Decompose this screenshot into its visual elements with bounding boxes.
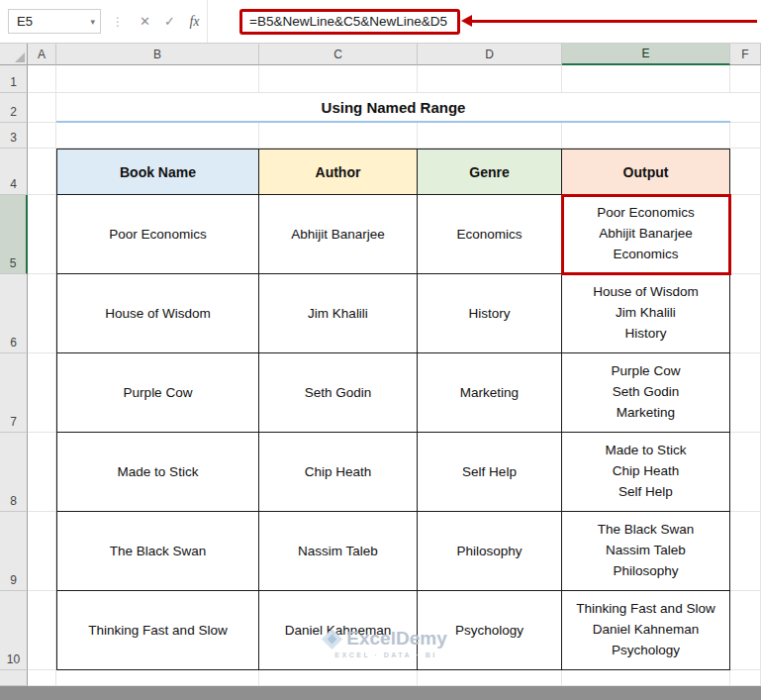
empty-cell[interactable] [418,65,562,93]
worksheet-grid: A B C D E F 1 2 3 4 5 6 7 8 9 10 Using N… [0,44,761,686]
cell-e5-selected[interactable]: Poor Economics Abhijit Banarjee Economic… [562,195,730,274]
cell-e8[interactable]: Made to Stick Chip Heath Self Help [562,433,730,512]
empty-cell[interactable] [28,512,56,591]
cell-d9[interactable]: Philosophy [418,512,562,591]
row-header-4[interactable]: 4 [0,149,28,195]
row-header-3[interactable]: 3 [0,123,28,149]
column-header-c[interactable]: C [259,44,418,65]
empty-cell[interactable] [730,353,761,433]
empty-cell[interactable] [562,670,730,686]
cell-c7[interactable]: Seth Godin [259,353,418,433]
cell-e10[interactable]: Thinking Fast and Slow Daniel Kahneman P… [562,591,730,670]
empty-cell[interactable] [28,274,56,353]
cancel-icon[interactable]: ✕ [133,9,157,35]
annotation-arrow [470,20,757,23]
cell-d5[interactable]: Economics [418,195,562,274]
cell-b5[interactable]: Poor Economics [56,195,259,274]
empty-cell[interactable] [730,123,761,149]
row-header-10[interactable]: 10 [0,591,28,670]
empty-cell[interactable] [259,65,418,93]
empty-cell[interactable] [28,591,56,670]
empty-cell[interactable] [730,274,761,353]
empty-cell[interactable] [730,93,761,123]
table-header-book-name[interactable]: Book Name [56,149,259,195]
cell-b10[interactable]: Thinking Fast and Slow [56,591,259,670]
cell-b7[interactable]: Purple Cow [56,353,259,433]
column-header-f[interactable]: F [730,44,761,65]
column-header-d[interactable]: D [418,44,562,65]
column-header-e-selected[interactable]: E [562,44,730,65]
cell-d10[interactable]: Psychology [418,591,562,670]
sheet-title-cell[interactable]: Using Named Range [56,93,730,123]
cell-d7[interactable]: Marketing [418,353,562,433]
insert-function-icon[interactable]: fx [182,9,207,35]
empty-cell[interactable] [28,353,56,433]
formula-highlight-rect: =B5&NewLine&C5&NewLine&D5 [239,9,460,35]
cell-e9[interactable]: The Black Swan Nassim Taleb Philosophy [562,512,730,591]
row-header-1[interactable]: 1 [0,65,28,93]
column-header-a[interactable]: A [28,44,56,65]
cell-c10[interactable]: Daniel Kahneman [259,591,418,670]
cell-e6[interactable]: House of Wisdom Jim Khalili History [562,274,730,353]
name-box[interactable]: E5 ▾ [8,9,101,34]
empty-cell[interactable] [28,670,56,686]
empty-cell[interactable] [28,93,56,123]
empty-cell[interactable] [259,123,418,149]
empty-cell[interactable] [562,123,730,149]
empty-cell[interactable] [56,123,259,149]
cell-d6[interactable]: History [418,274,562,353]
empty-cell[interactable] [730,512,761,591]
row-header-6[interactable]: 6 [0,274,28,353]
empty-cell[interactable] [562,65,730,93]
empty-cell[interactable] [28,195,56,274]
enter-icon[interactable]: ✓ [157,9,182,35]
empty-cell[interactable] [730,195,761,274]
empty-cell[interactable] [730,591,761,670]
row-header-8[interactable]: 8 [0,433,28,512]
empty-cell[interactable] [28,149,56,195]
empty-cell[interactable] [56,670,259,686]
chevron-down-icon[interactable]: ▾ [90,17,95,27]
empty-cell[interactable] [28,433,56,512]
empty-cell[interactable] [730,433,761,512]
empty-cell[interactable] [730,149,761,195]
cell-d8[interactable]: Self Help [418,433,562,512]
table-header-author[interactable]: Author [259,149,418,195]
empty-cell[interactable] [28,65,56,93]
bottom-bar [0,686,761,700]
formula-bar: E5 ▾ ⋮ ✕ ✓ fx =B5&NewLine&C5&NewLine&D5 [0,0,761,44]
cell-b8[interactable]: Made to Stick [56,433,259,512]
row-header-9[interactable]: 9 [0,512,28,591]
formula-bar-resize-handle-icon[interactable]: ⋮ [112,15,124,29]
row-header-2[interactable]: 2 [0,93,28,123]
cell-c8[interactable]: Chip Heath [259,433,418,512]
empty-cell[interactable] [28,123,56,149]
row-header-7[interactable]: 7 [0,353,28,433]
column-header-b[interactable]: B [56,44,259,65]
formula-input[interactable]: =B5&NewLine&C5&NewLine&D5 [207,0,761,43]
empty-cell[interactable] [56,65,259,93]
cell-e7[interactable]: Purple Cow Seth Godin Marketing [562,353,730,433]
empty-cell[interactable] [730,670,761,686]
cell-c9[interactable]: Nassim Taleb [259,512,418,591]
table-header-output[interactable]: Output [562,149,730,195]
cell-c5[interactable]: Abhijit Banarjee [259,195,418,274]
row-header-5-selected[interactable]: 5 [0,195,28,274]
name-box-value: E5 [17,14,33,29]
empty-cell[interactable] [259,670,418,686]
empty-cell[interactable] [418,123,562,149]
table-header-genre[interactable]: Genre [418,149,562,195]
row-header-11-partial[interactable] [0,670,28,686]
formula-text: =B5&NewLine&C5&NewLine&D5 [249,14,447,29]
cell-b9[interactable]: The Black Swan [56,512,259,591]
empty-cell[interactable] [418,670,562,686]
select-all-button[interactable] [0,44,28,65]
cell-b6[interactable]: House of Wisdom [56,274,259,353]
cell-c6[interactable]: Jim Khalili [259,274,418,353]
empty-cell[interactable] [730,65,761,93]
excel-window: E5 ▾ ⋮ ✕ ✓ fx =B5&NewLine&C5&NewLine&D5 … [0,0,761,700]
